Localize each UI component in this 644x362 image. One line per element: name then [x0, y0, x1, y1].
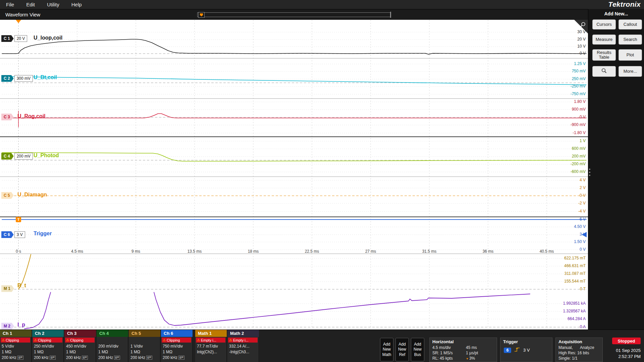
channel-info-ch6[interactable]: ⚠Clipping750 mV/div1 MΩ200 kHzBᵂ [161, 337, 193, 362]
channel-badge-c6[interactable]: C 63 V [1, 231, 25, 238]
zoom-button[interactable] [592, 66, 616, 77]
trace-name-c6[interactable]: Trigger [34, 231, 52, 237]
callout-button[interactable]: Callout [619, 19, 642, 29]
channel-info-math2[interactable]: ⚠Empty i...332.14 A/...-Intg(Ch3... [227, 337, 259, 362]
channel-column-ch1[interactable]: Ch 1⚠Clipping5 V/div1 MΩ200 kHzBᵂ [0, 330, 32, 362]
trace-name-c1[interactable]: U_loop,coil [34, 35, 62, 41]
channel-info-ch3[interactable]: ⚠Clipping450 mV/div1 MΩ200 kHzBᵂ [64, 337, 96, 362]
cursors-button[interactable]: Cursors [592, 19, 616, 29]
waveform-canvas [0, 20, 588, 329]
channel-column-ch4[interactable]: Ch 4200 mV/div1 MΩ200 kHzBᵂ [97, 330, 128, 362]
channel-tag-m1[interactable]: M 1 [1, 285, 14, 292]
channel-info-ch5[interactable]: 1 V/div1 MΩ200 kHzBᵂ [129, 337, 160, 362]
channel-tab-ch3[interactable]: Ch 3 [64, 330, 96, 337]
channel-column-math2[interactable]: Math 2⚠Empty i...332.14 A/...-Intg(Ch3..… [227, 330, 259, 362]
channel-tag-c6[interactable]: C 6 [1, 231, 14, 238]
channel-tab-ch6[interactable]: Ch 6 [161, 330, 193, 337]
trigger-time-marker-icon[interactable] [16, 20, 21, 23]
channel-scale-c4[interactable]: 200 mV [14, 153, 33, 160]
more-button[interactable]: More... [619, 66, 642, 77]
channel-tab-math1[interactable]: Math 1 [195, 330, 227, 337]
add-new-ref-button[interactable]: Add New Ref [395, 338, 409, 361]
channel-info-ch4[interactable]: 200 mV/div1 MΩ200 kHzBᵂ [97, 337, 128, 362]
channel-tag-c4[interactable]: C 4 [1, 153, 14, 160]
search-button[interactable]: Search [619, 35, 642, 45]
menu-file[interactable]: File [6, 2, 14, 7]
channel-badge-m1[interactable]: M 1 [1, 285, 14, 292]
trigger-level-arrow-icon[interactable] [582, 232, 587, 237]
stopped-button[interactable]: Stopped [612, 338, 641, 344]
trace-name-m1[interactable]: B_t [17, 283, 26, 289]
channel-scale-c2[interactable]: 300 mV [14, 75, 33, 82]
channel-scale-c6[interactable]: 3 V [14, 231, 25, 238]
channel-setting-row: 450 mV/div [66, 344, 95, 349]
channel-column-ch6[interactable]: Ch 6⚠Clipping750 mV/div1 MΩ200 kHzBᵂ [161, 330, 193, 362]
channel-badge-c4[interactable]: C 4200 mV [1, 153, 33, 160]
channel-badge-c3[interactable]: C 3 [1, 114, 14, 120]
channel-tab-ch1[interactable]: Ch 1 [0, 330, 32, 337]
channel-tab-ch2[interactable]: Ch 2 [32, 330, 64, 337]
axis-tick-c6: 3 V [529, 232, 586, 237]
results-table-button[interactable]: Results Table [592, 49, 616, 61]
axis-tick-c2: -250 mV [529, 84, 586, 88]
add-new-bus-button[interactable]: Add New Bus [411, 338, 424, 361]
menu-bar: File Edit Utility Help Tektronix [0, 0, 644, 9]
channel-badge-c5[interactable]: C 5 [1, 192, 14, 199]
bottom-bar: Ch 1⚠Clipping5 V/div1 MΩ200 kHzBᵂCh 2⚠Cl… [0, 329, 644, 362]
trigger-t-marker[interactable]: T [16, 217, 21, 222]
waveform-plot-area[interactable]: T 30 V20 V10 V0 VC 120 VU_loop,coil1.25 … [0, 20, 588, 329]
channel-info-ch2[interactable]: ⚠Clipping250 mV/div1 MΩ200 kHzBᵂ [32, 337, 64, 362]
channel-tag-c1[interactable]: C 1 [1, 35, 14, 42]
trigger-position-marker[interactable] [198, 12, 205, 18]
axis-tick-c1: 10 V [529, 44, 586, 49]
trigger-panel[interactable]: Trigger 6 3 V [500, 338, 552, 362]
bandwidth-limit-icon: Bᵂ [178, 356, 184, 360]
channel-tab-ch5[interactable]: Ch 5 [129, 330, 160, 337]
trace-name-c5[interactable]: U_Diamagn [17, 192, 47, 198]
trace-name-c4[interactable]: U_Photod [34, 153, 59, 159]
menu-utility[interactable]: Utility [47, 2, 59, 7]
trace-name-c2[interactable]: U_Bt,coil [34, 74, 57, 80]
channel-column-ch5[interactable]: Ch 51 V/div1 MΩ200 kHzBᵂ [129, 330, 160, 362]
channel-tag-c5[interactable]: C 5 [1, 192, 14, 199]
channel-tag-m2[interactable]: M 2 [1, 323, 14, 329]
add-new-math-button[interactable]: Add New Math [380, 338, 393, 361]
channel-tab-math2[interactable]: Math 2 [227, 330, 259, 337]
horizontal-panel[interactable]: Horizontal 4.5 ms/div45 ms SR: 1 MS/s1 µ… [429, 338, 497, 362]
plot-button[interactable]: Plot [619, 49, 642, 61]
channel-info-ch1[interactable]: ⚠Clipping5 V/div1 MΩ200 kHzBᵂ [0, 337, 32, 362]
bandwidth-limit-icon: Bᵂ [17, 356, 23, 360]
channel-column-ch3[interactable]: Ch 3⚠Clipping450 mV/div1 MΩ200 kHzBᵂ [64, 330, 96, 362]
menu-edit[interactable]: Edit [26, 2, 35, 7]
panel-drag-handle[interactable] [589, 167, 591, 180]
channel-tab-ch4[interactable]: Ch 4 [97, 330, 128, 337]
zoom-corner-icon[interactable] [574, 20, 588, 35]
bandwidth-limit-icon: Bᵂ [114, 356, 120, 360]
trace-name-c3[interactable]: U_Rog,coil [17, 113, 46, 119]
axis-tick-c6: 1.50 V [529, 239, 586, 244]
menu-help[interactable]: Help [71, 2, 82, 7]
channel-tag-c2[interactable]: C 2 [1, 75, 14, 82]
channel-badge-c2[interactable]: C 2300 mV [1, 75, 33, 82]
channel-column-ch2[interactable]: Ch 2⚠Clipping250 mV/div1 MΩ200 kHzBᵂ [32, 330, 64, 362]
channel-column-math1[interactable]: Math 1⚠Empty i...77.7 mT/divIntg(Ch2)... [195, 330, 227, 362]
trace-name-m2[interactable]: I_p [17, 322, 25, 328]
axis-tick-m1: 311.087 mT [529, 271, 586, 276]
channel-tag-c3[interactable]: C 3 [1, 114, 14, 120]
warning-badge-ch3: ⚠Clipping [65, 338, 95, 343]
status-area: Stopped 01 Sep 2025 2:52:37 PM [604, 338, 642, 362]
axis-tick-m1: 622.175 mT [529, 256, 586, 260]
channel-setting-row: 200 kHzBᵂ [34, 355, 63, 361]
channel-scale-c1[interactable]: 20 V [14, 35, 28, 42]
channel-settings-ch2: 250 mV/div1 MΩ200 kHzBᵂ [34, 344, 63, 361]
measure-button[interactable]: Measure [592, 35, 616, 45]
warning-icon: ⚠ [34, 338, 37, 342]
channel-setting-row: 200 kHzBᵂ [98, 355, 127, 361]
horizontal-position-indicator[interactable] [197, 12, 391, 17]
channel-badge-c1[interactable]: C 120 V [1, 35, 27, 42]
trace-i-p [24, 292, 51, 329]
time-axis-label: 22.5 ms [305, 249, 319, 254]
channel-info-math1[interactable]: ⚠Empty i...77.7 mT/divIntg(Ch2)... [195, 337, 227, 362]
channel-badge-m2[interactable]: M 2 [1, 323, 14, 329]
tektronix-logo: Tektronix [608, 0, 641, 8]
